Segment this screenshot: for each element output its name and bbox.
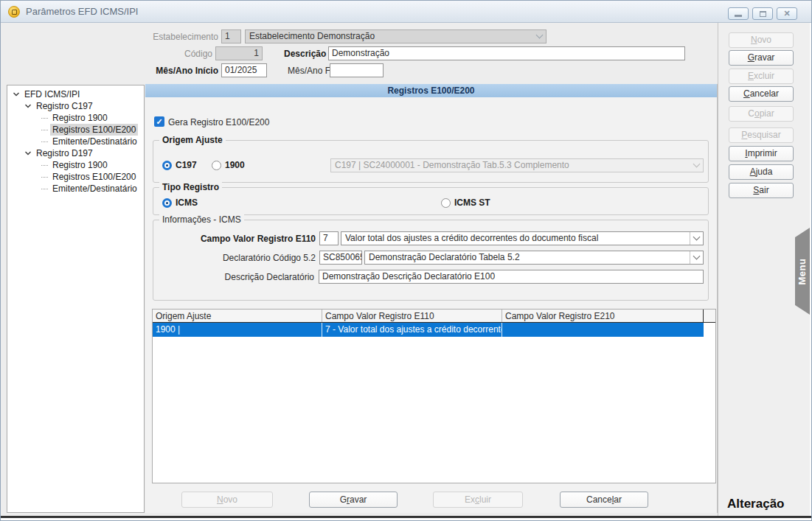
- tree-item-registro-1900-d197[interactable]: Registro 1900: [7, 159, 144, 171]
- footer-gravar-button[interactable]: Gravar: [309, 492, 398, 508]
- navigation-tree: EFD ICMS/IPI Registro C197 Registro 1900…: [7, 85, 145, 513]
- tree-item-label: Registros E100/E200: [50, 171, 138, 183]
- mes-ano-inicio-field[interactable]: 01/2025: [221, 63, 267, 77]
- radio-icms-label: ICMS: [176, 197, 198, 209]
- label-part: ovo: [757, 35, 771, 45]
- label-part: mprimir: [748, 148, 777, 158]
- label-part: ravar: [754, 52, 774, 63]
- radio-1900[interactable]: [212, 161, 221, 170]
- label-part: N: [217, 494, 223, 505]
- menu-tab[interactable]: Menu: [795, 228, 810, 315]
- campo-valor-e110-combo[interactable]: Valor total dos ajustes a crédito decorr…: [341, 231, 704, 245]
- descricao-declaratorio-field[interactable]: Demonstração Descrição Declaratório E100: [319, 270, 704, 284]
- title-bar: Parâmetros EFD ICMS/IPI ✕: [1, 1, 812, 23]
- origem-ajuste-group: Origem Ajuste C197 1900 C197 | SC2400000…: [153, 140, 709, 183]
- tree-item-registros-e100-e200-c197[interactable]: Registros E100/E200: [7, 124, 144, 136]
- declaratorio-combo-value: Demonstração Declaratório Tabela 5.2: [365, 251, 690, 264]
- grid-column-origem-ajuste[interactable]: Origem Ajuste: [153, 310, 322, 322]
- grid-column-campo-valor-e210[interactable]: Campo Valor Registro E210: [502, 310, 704, 322]
- footer-novo-button: Novo: [181, 492, 273, 508]
- side-sair-button[interactable]: Sair: [729, 183, 794, 198]
- descricao-label: Descrição: [284, 48, 326, 60]
- radio-c197[interactable]: [162, 161, 172, 170]
- grid-header: Origem Ajuste Campo Valor Registro E110 …: [153, 310, 715, 323]
- label-part: air: [759, 185, 768, 195]
- codigo-label: Código: [139, 48, 212, 60]
- mes-ano-fim-field[interactable]: [330, 63, 384, 77]
- estabelecimento-combo: Estabelecimento Demonstração: [245, 29, 546, 43]
- tree-item-label: Registro 1900: [50, 159, 110, 171]
- side-pesquisar-button: Pesquisar: [729, 127, 794, 143]
- informacoes-icms-group: Informações - ICMS Campo Valor Registro …: [153, 220, 709, 301]
- close-icon: ✕: [783, 10, 790, 18]
- menu-tab-label: Menu: [797, 258, 808, 284]
- mes-ano-inicio-label: Mês/Ano Início: [130, 65, 218, 77]
- chevron-down-icon: [690, 159, 703, 172]
- side-imprimir-button[interactable]: Imprimir: [729, 146, 794, 161]
- tree-item-label: Registros E100/E200: [50, 124, 138, 136]
- grid-cell-campo-e110: 7 - Valor total dos ajustes a crédito de…: [322, 323, 502, 337]
- tree-item-efd-icms-ipi[interactable]: EFD ICMS/IPI: [7, 88, 144, 100]
- tree-item-label: Emitente/Destinatário: [50, 136, 139, 147]
- label-part: xcluir: [754, 71, 774, 81]
- chevron-down-icon: [12, 90, 21, 99]
- tree-item-registros-e100-e200-d197[interactable]: Registros E100/E200: [7, 171, 144, 183]
- side-gravar-button[interactable]: Gravar: [729, 50, 794, 66]
- gera-registro-checkbox[interactable]: ✓: [154, 116, 164, 127]
- label-part: E: [748, 71, 754, 81]
- estabelecimento-code-field: 1: [221, 29, 241, 43]
- tree-item-registro-1900-c197[interactable]: Registro 1900: [7, 112, 144, 124]
- grid-column-campo-valor-e110[interactable]: Campo Valor Registro E110: [322, 310, 502, 322]
- chevron-down-icon: [532, 30, 546, 43]
- tree-item-emitente-destinatario-d197[interactable]: Emitente/Destinatário: [7, 183, 144, 195]
- tree-item-label: EFD ICMS/IPI: [22, 88, 82, 100]
- descricao-field[interactable]: Demonstração: [328, 46, 685, 60]
- label-part: G: [748, 52, 754, 63]
- origem-ajuste-combo-value: C197 | SC24000001 - Demonstração Tab.5.3…: [331, 159, 690, 172]
- chevron-down-icon: [24, 149, 32, 158]
- window-edge: [1, 518, 812, 521]
- label-part: N: [751, 35, 757, 45]
- tree-item-label: Emitente/Destinatário: [50, 183, 139, 195]
- declaratorio-codigo-label: Declaratório Código 5.2: [153, 252, 316, 264]
- campo-valor-e110-code-field[interactable]: 7: [319, 231, 339, 245]
- label-part: ancelar: [750, 88, 779, 99]
- label-part: ovo: [223, 494, 237, 505]
- grid-cell-origem: 1900 |: [153, 323, 322, 337]
- label-part: Ex: [465, 494, 475, 505]
- label-part: G: [340, 494, 347, 505]
- label-part: ar: [614, 494, 622, 505]
- origem-ajuste-title: Origem Ajuste: [159, 135, 226, 146]
- chevron-down-icon: [690, 251, 703, 264]
- label-part: o: [754, 108, 760, 119]
- footer-excluir-button: Excluir: [433, 492, 523, 508]
- campo-valor-e110-combo-value: Valor total dos ajustes a crédito decorr…: [341, 232, 690, 245]
- label-part: avar: [350, 494, 367, 505]
- radio-icms-st[interactable]: [441, 198, 451, 208]
- side-cancelar-button[interactable]: Cancelar: [729, 86, 794, 102]
- estabelecimento-combo-value: Estabelecimento Demonstração: [246, 30, 532, 43]
- footer-cancelar-button[interactable]: Cancelar: [560, 492, 648, 508]
- radio-icms[interactable]: [162, 198, 172, 208]
- label-part: esquisar: [747, 130, 780, 140]
- status-badge: Alteração: [727, 497, 784, 511]
- app-icon: [8, 6, 20, 18]
- restore-icon: [760, 11, 766, 17]
- declaratorio-codigo-field[interactable]: SC850065: [319, 251, 362, 265]
- restore-button[interactable]: [752, 7, 773, 20]
- tree-item-registro-d197[interactable]: Registro D197: [7, 147, 144, 159]
- chevron-down-icon: [24, 102, 32, 111]
- tree-item-emitente-destinatario-c197[interactable]: Emitente/Destinatário: [7, 136, 144, 147]
- origem-ajuste-combo: C197 | SC24000001 - Demonstração Tab.5.3…: [330, 158, 704, 172]
- declaratorio-combo[interactable]: Demonstração Declaratório Tabela 5.2: [364, 251, 704, 265]
- tree-item-registro-c197[interactable]: Registro C197: [7, 100, 144, 112]
- tipo-registro-title: Tipo Registro: [159, 182, 222, 193]
- grid-selected-row[interactable]: 1900 | 7 - Valor total dos ajustes a cré…: [153, 323, 704, 337]
- grid-cell-campo-e210: [502, 323, 704, 337]
- side-ajuda-button[interactable]: Ajuda: [729, 164, 794, 180]
- minimize-button[interactable]: [728, 7, 749, 20]
- label-part: C: [748, 108, 754, 119]
- close-button[interactable]: ✕: [777, 7, 797, 20]
- main-panel: Registros E100/E200 ✓ Gera Registro E100…: [145, 84, 718, 513]
- label-part: A: [750, 167, 756, 177]
